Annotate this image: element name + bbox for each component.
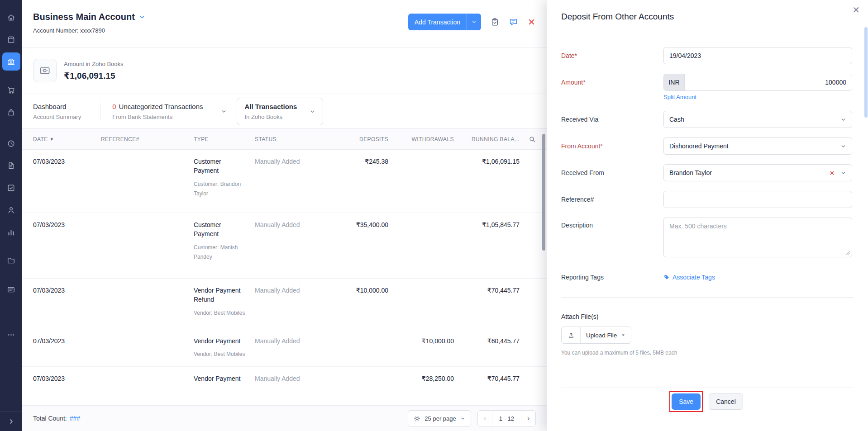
cell-running-balance: ₹60,445.77 — [454, 329, 520, 346]
tab-uncategorized[interactable]: 0Uncategorized Transactions From Bank St… — [100, 103, 227, 120]
currency-code: INR — [664, 74, 685, 90]
upload-file-button[interactable]: Upload File — [561, 327, 631, 344]
sidebar-item-reports[interactable] — [2, 223, 20, 241]
chevron-down-icon[interactable] — [310, 109, 315, 114]
sidebar-item-tasks[interactable] — [2, 179, 20, 197]
total-count: Total Count:### — [33, 415, 80, 422]
cell-running-balance: ₹1,05,845.77 — [454, 213, 520, 229]
transaction-type: Vendor Payment — [194, 336, 243, 346]
add-transaction-label: Add Transaction — [408, 19, 467, 26]
per-page-label: 25 per page — [424, 415, 456, 422]
date-input[interactable] — [663, 47, 852, 64]
transaction-contact: Vendor: Best Mobiles — [194, 308, 249, 318]
received-from-row: Received From Brandon Taylor — [561, 164, 854, 181]
clear-icon[interactable] — [829, 170, 835, 176]
clipboard-icon — [490, 17, 500, 27]
cell-date: 07/03/2023 — [33, 150, 101, 166]
search-icon[interactable] — [520, 136, 536, 143]
reporting-tags-label: Reporting Tags — [561, 274, 663, 281]
save-button[interactable]: Save — [672, 393, 701, 410]
deposit-drawer: ✕ Deposit From Other Accounts Date* Amou… — [547, 0, 868, 431]
prev-page-button[interactable]: ‹ — [478, 411, 492, 426]
chevron-down-icon — [139, 14, 145, 20]
table-row[interactable]: 07/03/2023 Customer PaymentCustomer: Man… — [22, 213, 547, 279]
table-scrollbar-thumb[interactable] — [542, 134, 545, 251]
column-date[interactable]: DATE▾ — [33, 136, 101, 142]
transaction-contact: Customer: Manish Pandey — [194, 243, 249, 262]
cell-type: Customer PaymentCustomer: Manish Pandey — [194, 213, 255, 262]
column-deposits: DEPOSITS — [325, 136, 388, 142]
amount-input[interactable] — [685, 74, 852, 90]
sidebar-item-notes[interactable] — [2, 280, 20, 298]
table-row[interactable]: 07/03/2023 Customer PaymentCustomer: Bra… — [22, 150, 547, 213]
column-status: STATUS — [255, 136, 325, 142]
uncategorized-count: 0 — [112, 103, 116, 110]
sidebar-item-banking[interactable] — [2, 52, 20, 71]
feedback-button[interactable] — [509, 17, 518, 27]
page-scrollbar-thumb[interactable] — [864, 27, 868, 118]
close-icon[interactable]: ✕ — [852, 5, 860, 14]
cell-running-balance: ₹70,445.77 — [454, 279, 520, 295]
account-switcher[interactable]: Business Main Account — [33, 12, 145, 22]
sidebar-item-home[interactable] — [2, 8, 20, 26]
cell-deposits — [325, 367, 388, 374]
sidebar-item-time-tracking[interactable] — [2, 134, 20, 152]
received-via-select[interactable]: Cash — [663, 111, 852, 128]
cell-type: Customer PaymentCustomer: Brandon Taylor — [194, 150, 255, 199]
description-textarea[interactable] — [663, 218, 852, 257]
sidebar-expand-button[interactable] — [0, 411, 22, 431]
folder-icon — [7, 256, 15, 265]
sidebar-item-sales[interactable] — [2, 81, 20, 99]
column-withdrawals: WITHDRAWALS — [388, 136, 454, 142]
associate-tags-link[interactable]: Associate Tags — [663, 274, 715, 281]
cell-status: Manually Added — [255, 367, 325, 383]
cell-date: 07/03/2023 — [33, 279, 101, 295]
cell-status: Manually Added — [255, 279, 325, 295]
per-page-selector[interactable]: 25 per page — [408, 410, 471, 426]
account-header: Business Main Account Account Number: xx… — [22, 0, 547, 47]
cancel-button[interactable]: Cancel — [709, 393, 743, 410]
amount-label: Amount* — [561, 79, 663, 86]
chevron-down-icon[interactable] — [221, 109, 227, 114]
page-title: Business Main Account — [33, 12, 135, 22]
table-row[interactable]: 07/03/2023 Vendor Payment RefundVendor: … — [22, 279, 547, 329]
caret-down-icon — [621, 333, 625, 337]
cell-withdrawals — [388, 213, 454, 220]
cell-deposits: ₹10,000.00 — [325, 279, 388, 295]
received-via-value: Cash — [669, 116, 684, 123]
amount-value: ₹1,06,091.15 — [64, 71, 124, 81]
tab-dashboard[interactable]: Dashboard Account Summary — [33, 103, 100, 120]
add-transaction-caret[interactable] — [467, 14, 481, 30]
card-edit-icon — [7, 285, 15, 294]
cell-reference — [101, 367, 194, 374]
received-from-value: Brandon Taylor — [669, 169, 712, 176]
table-row[interactable]: 07/03/2023 Vendor PaymentVendor: Best Mo… — [22, 329, 547, 367]
close-account-view-button[interactable] — [527, 18, 536, 26]
reference-input[interactable] — [663, 191, 852, 208]
split-amount-link[interactable]: Split Amount — [663, 94, 696, 100]
import-statement-button[interactable] — [490, 17, 500, 27]
from-account-select[interactable]: Dishonored Payment — [663, 137, 852, 155]
header-actions: Add Transaction — [408, 14, 536, 30]
sidebar-item-folders[interactable] — [2, 251, 20, 269]
sidebar-item-documents[interactable] — [2, 156, 20, 175]
sidebar-item-items[interactable] — [2, 30, 20, 48]
next-page-button[interactable]: › — [521, 411, 535, 426]
received-from-select[interactable]: Brandon Taylor — [663, 164, 852, 181]
tab-all-transactions[interactable]: All Transactions In Zoho Books — [237, 98, 323, 125]
sidebar-item-more[interactable] — [2, 326, 20, 344]
cell-status: Manually Added — [255, 213, 325, 229]
add-transaction-button[interactable]: Add Transaction — [408, 14, 481, 30]
cell-reference — [101, 329, 194, 336]
sidebar-item-purchases[interactable] — [2, 103, 20, 121]
total-count-value[interactable]: ### — [70, 415, 80, 422]
date-label: Date* — [561, 52, 663, 59]
pagination: ‹ 1 - 12 › — [477, 410, 536, 426]
sidebar-item-accountant[interactable] — [2, 201, 20, 219]
from-account-row: From Account* Dishonored Payment — [561, 137, 854, 155]
cell-date: 07/03/2023 — [33, 213, 101, 229]
cell-withdrawals — [388, 279, 454, 286]
clock-icon — [7, 139, 15, 148]
table-row[interactable]: 07/03/2023 Vendor Payment Manually Added… — [22, 367, 547, 405]
sort-icon[interactable]: ▾ — [51, 137, 53, 142]
